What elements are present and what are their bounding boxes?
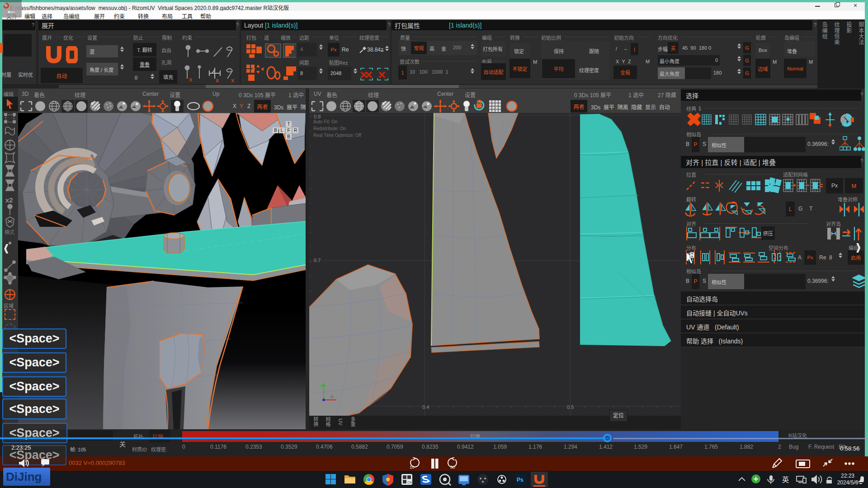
svg-text:x: x — [189, 76, 193, 83]
svg-text:u: u — [331, 394, 334, 399]
svg-text:v: v — [320, 383, 322, 388]
svg-text:x: x — [216, 77, 219, 84]
svg-text:英: 英 — [782, 476, 789, 483]
svg-text:30: 30 — [450, 465, 455, 469]
svg-text:Ctrl: Ctrl — [407, 480, 413, 484]
svg-text:10: 10 — [410, 465, 415, 469]
svg-text:x2: x2 — [5, 196, 13, 204]
svg-text:Ps: Ps — [517, 477, 524, 483]
svg-text:x: x — [231, 77, 235, 84]
